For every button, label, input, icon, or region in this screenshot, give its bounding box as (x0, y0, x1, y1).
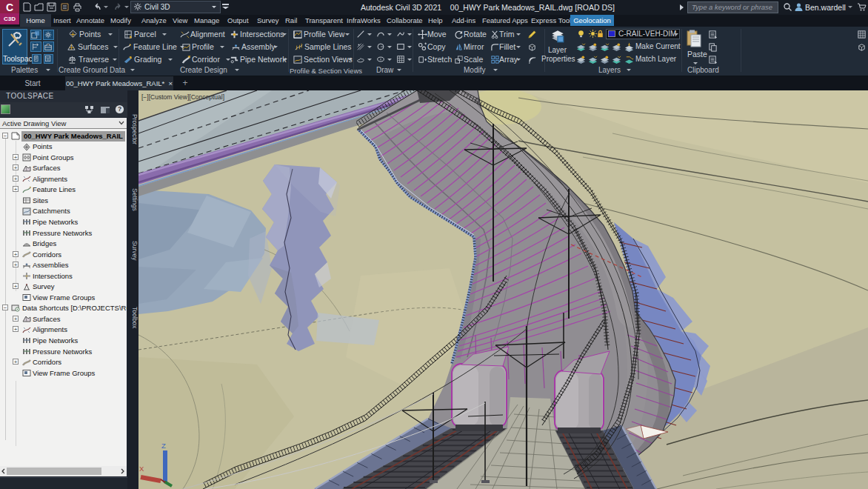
svg-text:[−][Custom View][Conceptual]: [−][Custom View][Conceptual] (141, 93, 224, 101)
svg-text:?: ? (118, 105, 121, 113)
svg-text:X: X (139, 465, 144, 473)
svg-text:Z: Z (161, 442, 166, 450)
